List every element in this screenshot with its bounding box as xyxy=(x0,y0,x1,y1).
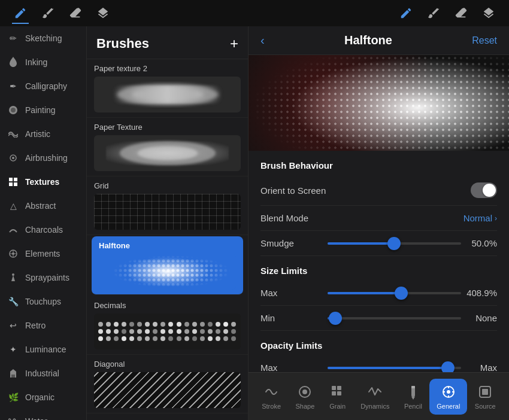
back-button[interactable]: ‹ xyxy=(260,34,265,47)
svg-rect-13 xyxy=(102,78,234,111)
opacity-max-fill xyxy=(328,367,448,369)
tab-pencil[interactable]: Pencil xyxy=(397,379,429,415)
svg-point-49 xyxy=(447,390,450,394)
inking-icon xyxy=(7,56,19,68)
sidebar-item-sketching[interactable]: ✏ Sketching xyxy=(0,26,86,50)
tab-grain[interactable]: Grain xyxy=(322,379,353,415)
brush-item-halftone[interactable]: Halftone xyxy=(92,236,243,295)
svg-rect-4 xyxy=(9,178,13,181)
sidebar-label-abstract: Abstract xyxy=(25,201,56,211)
svg-rect-22 xyxy=(99,254,231,290)
smudge-slider[interactable] xyxy=(328,242,461,245)
shape-tab-label: Shape xyxy=(295,403,314,410)
sidebar-item-industrial[interactable]: Industrial xyxy=(0,361,86,385)
sidebar-label-painting: Painting xyxy=(25,105,56,115)
sidebar-label-luminance: Luminance xyxy=(25,345,66,354)
dynamics-tab-label: Dynamics xyxy=(360,403,389,410)
eraser-tool-icon[interactable] xyxy=(67,5,84,22)
brush-name-paper-texture-2: Paper texture 2 xyxy=(94,64,241,73)
svg-rect-43 xyxy=(332,391,336,395)
svg-rect-42 xyxy=(337,386,341,390)
opacity-max-label: Max xyxy=(260,363,328,372)
pencil2-tool-icon[interactable] xyxy=(398,5,414,22)
sidebar-label-industrial: Industrial xyxy=(25,369,59,378)
retro-icon: ↩ xyxy=(7,319,19,331)
sidebar-label-retro: Retro xyxy=(25,321,46,330)
sidebar-item-water[interactable]: Water xyxy=(0,409,86,420)
sidebar-label-textures: Textures xyxy=(25,177,59,187)
industrial-icon xyxy=(7,367,19,379)
sidebar-item-luminance[interactable]: ✦ Luminance xyxy=(0,337,86,361)
eraser2-tool-icon[interactable] xyxy=(453,5,469,22)
brush-item-paper-texture[interactable]: Paper Texture xyxy=(87,118,248,176)
reset-button[interactable]: Reset xyxy=(472,35,497,46)
smudge-tool-icon[interactable] xyxy=(40,5,56,22)
svg-point-40 xyxy=(302,389,307,394)
size-min-slider[interactable] xyxy=(328,317,461,319)
pencil-tool-icon[interactable] xyxy=(12,5,29,22)
svg-point-12 xyxy=(12,273,14,276)
tab-shape[interactable]: Shape xyxy=(288,379,322,415)
water-icon xyxy=(7,415,19,420)
sidebar-item-elements[interactable]: Elements xyxy=(0,242,86,266)
orient-to-screen-toggle[interactable] xyxy=(471,182,497,198)
sidebar: ✏ Sketching Inking ✒ Calligraphy Paintin… xyxy=(0,26,87,420)
add-brush-button[interactable]: + xyxy=(230,36,238,51)
svg-rect-44 xyxy=(337,391,341,395)
bottom-tabs: Stroke Shape xyxy=(249,372,509,420)
grain-tab-label: Grain xyxy=(329,403,346,410)
halftone-preview-area xyxy=(249,55,509,151)
brush-item-paper-texture-2[interactable]: Paper texture 2 xyxy=(87,59,248,118)
blend-mode-value[interactable]: Normal › xyxy=(463,213,497,223)
brush-item-grid[interactable]: Grid xyxy=(87,176,248,235)
opacity-max-row: Max Max xyxy=(260,355,497,372)
brush-preview-halftone xyxy=(99,254,236,290)
layers2-tool-icon[interactable] xyxy=(480,5,497,22)
brush-list: Paper texture 2 Paper Texture xyxy=(87,59,248,420)
smudge2-tool-icon[interactable] xyxy=(425,5,442,22)
size-max-row: Max 408.9% xyxy=(260,281,497,306)
brush-item-diagonal[interactable]: Diagonal xyxy=(87,355,248,413)
sidebar-item-charcoals[interactable]: Charcoals xyxy=(0,218,86,242)
opacity-max-slider[interactable] xyxy=(328,367,461,369)
halftone-preview-bg xyxy=(249,55,509,151)
sidebar-label-artistic: Artistic xyxy=(25,129,50,139)
sidebar-item-touchups[interactable]: 🔧 Touchups xyxy=(0,290,86,314)
sidebar-label-inking: Inking xyxy=(25,57,47,67)
halftone-dots-overlay xyxy=(249,55,509,151)
size-max-thumb xyxy=(395,287,408,300)
tab-dynamics[interactable]: Dynamics xyxy=(353,379,396,415)
sidebar-item-airbrushing[interactable]: Airbrushing xyxy=(0,146,86,170)
sidebar-item-spraypaints[interactable]: Spraypaints xyxy=(0,266,86,290)
brush-panel-header: Brushes + xyxy=(87,26,248,59)
tab-source[interactable]: Source xyxy=(468,379,503,415)
sidebar-item-organic[interactable]: 🌿 Organic xyxy=(0,385,86,409)
brush-preview-paper-texture xyxy=(94,135,241,171)
size-max-fill xyxy=(328,292,401,294)
sidebar-item-abstract[interactable]: △ Abstract xyxy=(0,194,86,218)
svg-point-1 xyxy=(11,108,16,112)
sidebar-item-artistic[interactable]: Artistic xyxy=(0,122,86,146)
size-max-slider[interactable] xyxy=(328,292,461,294)
svg-rect-47 xyxy=(411,386,415,388)
smudge-value: 50.0% xyxy=(461,238,497,248)
brush-item-decimals[interactable]: Decimals xyxy=(87,296,248,355)
artistic-icon xyxy=(7,128,19,140)
sidebar-item-textures[interactable]: Textures xyxy=(0,170,86,194)
smudge-thumb xyxy=(387,237,401,250)
layers-tool-icon[interactable] xyxy=(95,5,111,22)
size-max-value: 408.9% xyxy=(461,288,497,298)
source-tab-label: Source xyxy=(475,403,496,410)
tab-stroke[interactable]: Stroke xyxy=(255,379,288,415)
sidebar-item-retro[interactable]: ↩ Retro xyxy=(0,314,86,337)
svg-point-14 xyxy=(117,84,219,105)
tab-general[interactable]: General xyxy=(429,379,467,415)
sidebar-item-painting[interactable]: Painting xyxy=(0,98,86,122)
brush-name-grid: Grid xyxy=(94,181,241,190)
brush-item-victorian[interactable]: Victorian 𝒢ℱ xyxy=(87,413,248,420)
calligraphy-icon: ✒ xyxy=(7,80,19,92)
sidebar-item-calligraphy[interactable]: ✒ Calligraphy xyxy=(0,74,86,98)
size-max-slider-container xyxy=(328,292,461,294)
svg-rect-6 xyxy=(9,182,13,186)
sidebar-item-inking[interactable]: Inking xyxy=(0,50,86,74)
